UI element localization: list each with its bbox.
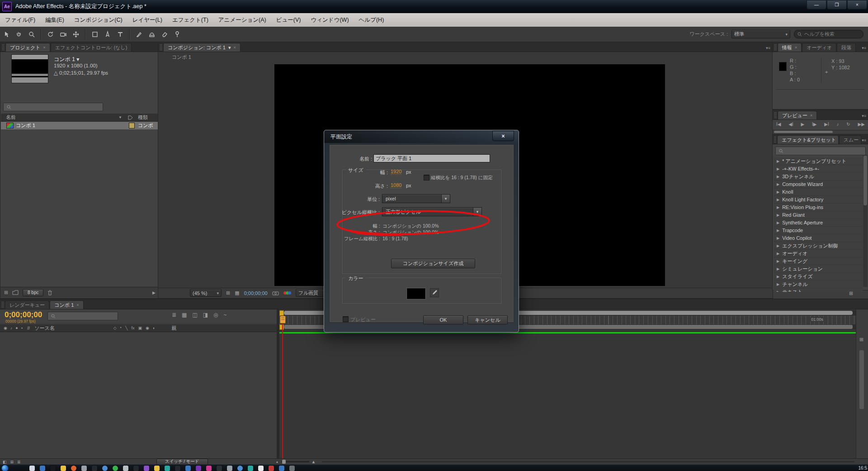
taskbar-app-icon[interactable]: [113, 466, 118, 471]
switch-column-icon[interactable]: ◐: [153, 326, 155, 330]
effects-category-row[interactable]: ▶ -+-KW Effects-+-: [774, 165, 863, 173]
tree-arrow-icon[interactable]: ▶: [777, 190, 779, 194]
eraser-tool-icon[interactable]: [159, 29, 170, 40]
label-column-icon[interactable]: [128, 115, 133, 120]
mask-shape-tool-icon[interactable]: [89, 29, 101, 40]
dialog-title-bar[interactable]: 平面設定: [324, 130, 519, 143]
taskbar-app-icon[interactable]: [29, 466, 35, 471]
av-column-icon[interactable]: ♪: [10, 326, 13, 330]
puppet-pin-tool-icon[interactable]: [171, 29, 183, 40]
taskbar-app-icon[interactable]: [258, 466, 264, 471]
menu-item[interactable]: レイヤー(L): [127, 13, 167, 27]
tab-effect-controls[interactable]: エフェクトコントロール: (なし): [51, 43, 132, 52]
taskbar-app-icon[interactable]: [154, 466, 160, 471]
panel-grip[interactable]: [774, 112, 777, 118]
source-name-column[interactable]: ソース名: [34, 325, 55, 332]
effects-category-row[interactable]: ▶ 3Dチャンネル: [774, 173, 863, 181]
switch-column-icon[interactable]: ◉: [146, 326, 149, 330]
menu-item[interactable]: コンポジション(C): [69, 13, 127, 27]
timeline-option-icon[interactable]: ▦: [182, 312, 187, 318]
panel-menu-icon[interactable]: ▾≡: [862, 46, 868, 52]
text-tool-icon[interactable]: [114, 29, 126, 40]
tab-paragraph[interactable]: 段落: [837, 43, 856, 52]
effects-category-row[interactable]: ▶ RE:Vision Plug-ins: [774, 204, 863, 211]
playhead-line[interactable]: [282, 316, 283, 459]
tree-arrow-icon[interactable]: ▶: [777, 213, 779, 217]
comp-timecode[interactable]: 0;00;00;00: [244, 290, 268, 296]
chevron-down-icon[interactable]: ▾: [441, 195, 450, 203]
dialog-preview-checkbox[interactable]: [343, 316, 349, 322]
transport-button[interactable]: ▶I: [824, 122, 829, 127]
tree-arrow-icon[interactable]: ▶: [777, 228, 779, 233]
zoom-out-mountain-icon[interactable]: ▲: [276, 460, 279, 463]
layer-number-column[interactable]: #: [27, 325, 30, 331]
effects-category-row[interactable]: ▶ キーイング: [774, 257, 863, 265]
comp-marker-icon[interactable]: ⊞: [859, 337, 863, 343]
solid-color-swatch[interactable]: [407, 288, 425, 299]
effects-category-row[interactable]: ▶ Trapcode: [774, 227, 863, 234]
menu-item[interactable]: 編集(E): [40, 13, 69, 27]
close-icon[interactable]: ×: [810, 113, 812, 118]
make-comp-size-button[interactable]: コンポジションサイズ作成: [391, 259, 475, 268]
menu-item[interactable]: ビュー(V): [271, 13, 306, 27]
project-row-comp1[interactable]: コンポ 1 コンポ: [1, 122, 158, 129]
tab-preview[interactable]: プレビュー×: [778, 111, 817, 119]
tree-arrow-icon[interactable]: ▶: [777, 259, 779, 263]
pixel-aspect-dropdown[interactable]: 正方形ピクセル ▾: [382, 207, 482, 216]
effects-category-row[interactable]: ▶ オーディオ: [774, 250, 863, 257]
av-column-icon[interactable]: ◉: [4, 326, 7, 330]
menu-item[interactable]: ヘルプ(H): [354, 13, 389, 27]
tree-arrow-icon[interactable]: ▶: [777, 221, 779, 225]
rotate-tool-icon[interactable]: [45, 29, 57, 40]
start-button[interactable]: [1, 465, 9, 471]
panel-grip[interactable]: [774, 44, 777, 50]
taskbar-app-icon[interactable]: [71, 466, 76, 471]
tab-effects-presets[interactable]: エフェクト&プリセット×: [777, 135, 838, 144]
tree-arrow-icon[interactable]: ▶: [777, 290, 779, 292]
grid-options-icon[interactable]: ⊞: [226, 290, 230, 296]
zoom-slider-thumb[interactable]: [282, 460, 286, 464]
timeline-option-icon[interactable]: ~: [224, 312, 227, 318]
playhead-marker[interactable]: [280, 316, 286, 324]
timeline-option-icon[interactable]: ◨: [203, 312, 208, 318]
tab-audio[interactable]: オーディオ: [802, 43, 836, 52]
panel-grip[interactable]: [2, 44, 5, 50]
hand-tool-icon[interactable]: [13, 29, 25, 40]
menu-item[interactable]: ファイル(F): [0, 13, 40, 27]
effects-category-row[interactable]: ▶ チャンネル: [774, 281, 863, 288]
effects-category-row[interactable]: ▶ Knoll: [774, 188, 863, 196]
timeline-option-icon[interactable]: ◫: [192, 312, 197, 318]
timeline-option-icon[interactable]: ≣: [172, 312, 176, 318]
units-dropdown[interactable]: pixel ▾: [382, 194, 450, 203]
effects-category-row[interactable]: ▶ Red Giant: [774, 211, 863, 219]
panel-grid-icon[interactable]: ⊞: [849, 290, 853, 296]
av-column-icon[interactable]: ●: [15, 326, 18, 330]
tree-arrow-icon[interactable]: ▶: [777, 236, 779, 240]
switch-column-icon[interactable]: fx: [132, 326, 135, 330]
transport-button[interactable]: I▶: [812, 122, 816, 127]
panel-menu-icon[interactable]: ▾≡: [766, 46, 773, 52]
minimize-button[interactable]: —: [807, 0, 826, 10]
taskbar-app-icon[interactable]: [206, 466, 212, 471]
channels-icon[interactable]: [283, 291, 291, 295]
tab-info[interactable]: 情報×: [778, 43, 802, 52]
effects-category-row[interactable]: ▶ エクスプレッション制御: [774, 242, 863, 250]
transport-button[interactable]: ↻: [846, 122, 850, 127]
effects-category-row[interactable]: ▶ Knoll Light Factory: [774, 196, 863, 204]
taskbar-app-icon[interactable]: [279, 466, 284, 471]
brush-tool-icon[interactable]: [133, 29, 145, 40]
tree-arrow-icon[interactable]: ▶: [777, 252, 779, 256]
taskbar-app-icon[interactable]: [144, 466, 149, 471]
project-item-thumbnail[interactable]: [11, 54, 48, 83]
taskbar-clock[interactable]: 16:5: [859, 466, 868, 471]
restore-button[interactable]: ❐: [827, 0, 847, 10]
menu-item[interactable]: ウィンドウ(W): [306, 13, 354, 27]
lock-aspect-checkbox[interactable]: [424, 175, 429, 181]
parent-column[interactable]: 親: [171, 325, 176, 332]
project-search-input[interactable]: [3, 103, 103, 111]
tab-project[interactable]: プロジェクト×: [5, 43, 50, 52]
layer-list-area[interactable]: [0, 332, 277, 459]
taskbar-app-icon[interactable]: [40, 466, 45, 471]
close-icon[interactable]: ×: [795, 45, 797, 50]
magnification-dropdown[interactable]: (45 %)▾: [190, 289, 222, 297]
